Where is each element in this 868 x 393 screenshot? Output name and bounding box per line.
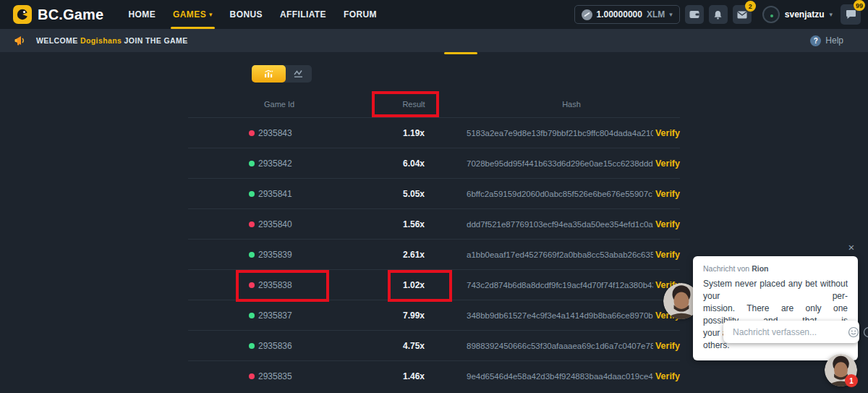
nav-item-bonus[interactable]: BONUS <box>230 0 263 29</box>
table-row: 2935840 1.56x ddd7f521e87769103ecf94ea35… <box>188 209 680 240</box>
status-dot <box>249 161 255 166</box>
attachment-icon[interactable] <box>863 326 868 338</box>
history-view-toggle <box>252 65 312 83</box>
game-id[interactable]: 2935842 <box>258 159 292 169</box>
verify-link[interactable]: Verify <box>655 189 680 199</box>
hash-value: ddd7f521e87769103ecf94ea35da50ee354efd1c… <box>467 220 653 229</box>
chat-launcher[interactable]: 1 <box>825 354 857 386</box>
game-id[interactable]: 2935835 <box>258 371 292 381</box>
site-chat-button[interactable]: 99 <box>841 4 861 25</box>
chat-message-input[interactable] <box>723 327 848 337</box>
site-chat-badge: 99 <box>854 0 865 11</box>
balance-selector[interactable]: 1.00000000 XLM ▾ <box>574 5 680 24</box>
trend-view-button[interactable] <box>286 65 312 83</box>
table-row: 2935837 7.99x 348bb9db61527e4c9f3e4a1414… <box>188 300 680 331</box>
chat-bubble-icon <box>846 9 856 20</box>
verify-link[interactable]: Verify <box>655 250 680 260</box>
hash-value: 348bb9db61527e4c9f3e4a1414d9b8ba66ce8970… <box>467 311 653 320</box>
result-value: 5.05x <box>370 189 457 199</box>
verify-link[interactable]: Verify <box>655 341 680 351</box>
nav-item-affiliate[interactable]: AFFILIATE <box>280 0 326 29</box>
status-dot <box>249 373 255 379</box>
chat-message-line: System never placed any bet without your… <box>703 278 848 303</box>
table-row: 2935842 6.04x 7028be95dd95f441b633d6d296… <box>188 148 680 179</box>
chevron-down-icon: ▾ <box>669 11 673 18</box>
nav-item-forum[interactable]: FORUM <box>344 0 377 29</box>
verify-link[interactable]: Verify <box>655 159 680 169</box>
balance-amount: 1.00000000 <box>597 9 642 20</box>
mail-button[interactable]: 2 <box>733 5 752 24</box>
table-row: 2935836 4.75x 8988392450666c53f30afaaaea… <box>188 331 680 361</box>
banner-welcome: WELCOME <box>36 36 78 45</box>
table-row: 2935843 1.19x 5183a2ea7e9d8e13fb79bbf21b… <box>188 118 680 148</box>
banner-join: JOIN THE GAME <box>124 36 188 45</box>
user-menu[interactable]: svenjatzu ▾ <box>762 6 833 23</box>
game-id[interactable]: 2935841 <box>258 189 292 199</box>
status-dot <box>249 191 255 197</box>
mail-badge: 2 <box>745 1 756 12</box>
help-button[interactable]: ? Help <box>810 29 843 52</box>
welcome-banner: WELCOME Dogishans JOIN THE GAME ? Help <box>0 29 868 52</box>
header-hash: Hash <box>528 100 615 109</box>
bar-chart-icon <box>264 69 274 78</box>
header-game-id: Game Id <box>264 100 294 109</box>
status-dot <box>249 130 255 136</box>
chevron-down-icon: ▾ <box>829 11 833 18</box>
game-id[interactable]: 2935839 <box>258 250 292 260</box>
result-value: 2.61x <box>370 250 457 260</box>
table-row: 2935835 1.46x 9e4d6546d4e58a42d3b4f92488… <box>188 361 680 392</box>
game-id[interactable]: 2935837 <box>258 310 292 321</box>
game-id[interactable]: 2935840 <box>258 219 292 229</box>
megaphone-icon <box>14 35 26 46</box>
username: svenjatzu <box>785 9 825 20</box>
list-view-button[interactable] <box>252 65 286 83</box>
chat-input-bar <box>723 321 859 343</box>
verify-link[interactable]: Verify <box>655 219 680 229</box>
nav-item-games[interactable]: GAMES ▾ <box>173 0 213 29</box>
bell-icon <box>713 10 723 20</box>
game-id[interactable]: 2935836 <box>258 341 292 351</box>
hash-value: 9e4d6546d4e58a42d3b4f924883baa4daac019ce… <box>467 372 653 381</box>
top-navbar: BC.Game HOME GAMES ▾ BONUS AFFILIATE FOR… <box>0 0 868 29</box>
result-value: 1.46x <box>370 371 457 381</box>
brand-logo[interactable]: BC.Game <box>13 5 103 24</box>
hash-value: 6bffc2a59159d2060d0abc85f526e6be676e5590… <box>467 190 653 198</box>
main-nav: HOME GAMES ▾ BONUS AFFILIATE FORUM <box>128 0 377 29</box>
wallet-button[interactable] <box>685 5 704 24</box>
verify-link[interactable]: Verify <box>655 128 680 138</box>
status-dot <box>249 313 255 318</box>
wallet-icon <box>689 10 699 19</box>
hash-value: 7028be95dd95f441b633d6d296e0ae15cc6238dd… <box>467 159 653 168</box>
chat-unread-badge: 1 <box>845 374 858 387</box>
chat-message-from: Nachricht von Rion <box>703 264 848 273</box>
hash-value: 5183a2ea7e9d8e13fb79bbf21bc9ffc804dada4a… <box>467 129 653 138</box>
verify-link[interactable]: Verify <box>655 371 680 381</box>
active-tab-indicator <box>444 52 477 54</box>
banner-text: WELCOME Dogishans JOIN THE GAME <box>36 36 188 45</box>
table-row: 2935841 5.05x 6bffc2a59159d2060d0abc85f5… <box>188 179 680 209</box>
chat-close-icon[interactable]: × <box>845 240 858 253</box>
table-row: 2935839 2.61x a1bb0eaaf17ed4527669f2a0bb… <box>188 240 680 270</box>
status-dot <box>249 343 255 349</box>
nav-item-home[interactable]: HOME <box>128 0 156 29</box>
banner-player-name[interactable]: Dogishans <box>80 36 122 45</box>
result-value: 1.19x <box>370 128 457 138</box>
xlm-coin-icon <box>582 9 592 20</box>
status-dot <box>249 252 255 258</box>
table-body: 2935843 1.19x 5183a2ea7e9d8e13fb79bbf21b… <box>188 118 680 392</box>
user-avatar <box>762 6 780 23</box>
help-label: Help <box>825 35 843 46</box>
status-dot <box>249 221 255 227</box>
notifications-button[interactable] <box>709 5 728 24</box>
hash-value: 8988392450666c53f30afaaaea69c1d6a7c0407e… <box>467 342 653 350</box>
game-id[interactable]: 2935843 <box>258 128 292 138</box>
result-value: 4.75x <box>370 341 457 351</box>
hash-value: a1bb0eaaf17ed4527669f2a0bba8cc53abab26c6… <box>467 250 653 259</box>
brand-name: BC.Game <box>38 7 103 23</box>
annotation-box-result-1-02x <box>388 270 452 302</box>
envelope-icon <box>737 11 747 19</box>
result-value: 1.56x <box>370 219 457 229</box>
trend-chart-icon <box>294 69 304 78</box>
chat-message-card: Nachricht von Rion System never placed a… <box>693 256 858 360</box>
emoji-icon[interactable] <box>848 326 859 338</box>
